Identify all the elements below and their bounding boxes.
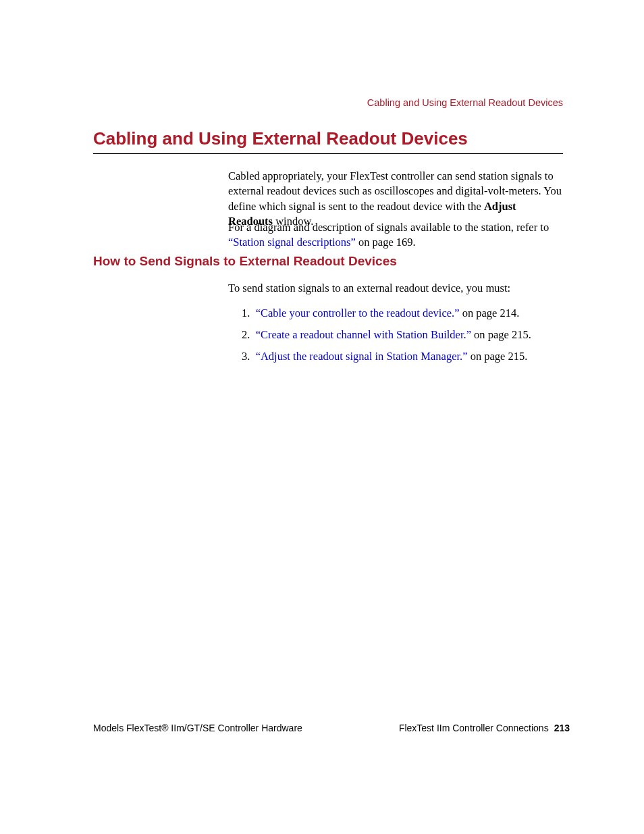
running-header: Cabling and Using External Readout Devic… — [367, 97, 563, 108]
list-item: 3. “Adjust the readout signal in Station… — [242, 347, 563, 366]
list-item: 1. “Cable your controller to the readout… — [242, 304, 563, 323]
list-number: 1. — [242, 307, 250, 319]
link-station-signal-descriptions[interactable]: “Station signal descriptions” — [228, 236, 356, 249]
link-adjust-readout-signal[interactable]: “Adjust the readout signal in Station Ma… — [256, 350, 468, 363]
footer-left: Models FlexTest® IIm/GT/SE Controller Ha… — [93, 723, 302, 733]
footer-section: FlexTest IIm Controller Connections — [399, 723, 549, 733]
text-run: on page 215. — [468, 350, 528, 363]
instruction-paragraph: To send station signals to an external r… — [228, 281, 563, 296]
heading-cabling-external-readout: Cabling and Using External Readout Devic… — [93, 128, 563, 154]
footer-right: FlexTest IIm Controller Connections213 — [399, 723, 570, 733]
page-number: 213 — [554, 723, 570, 733]
list-item: 2. “Create a readout channel with Statio… — [242, 325, 563, 344]
ordered-list: 1. “Cable your controller to the readout… — [242, 304, 563, 369]
list-number: 3. — [242, 350, 250, 363]
page: Cabling and Using External Readout Devic… — [0, 0, 644, 834]
link-create-readout-channel[interactable]: “Create a readout channel with Station B… — [256, 328, 471, 341]
text-run: on page 214. — [460, 307, 520, 319]
text-run: For a diagram and description of signals… — [228, 221, 549, 234]
ref-paragraph: For a diagram and description of signals… — [228, 220, 563, 251]
list-number: 2. — [242, 328, 250, 341]
text-run: on page 215. — [471, 328, 531, 341]
text-run: on page 169. — [356, 236, 416, 249]
link-cable-controller[interactable]: “Cable your controller to the readout de… — [256, 307, 460, 319]
heading-how-to-send-signals: How to Send Signals to External Readout … — [93, 254, 397, 269]
